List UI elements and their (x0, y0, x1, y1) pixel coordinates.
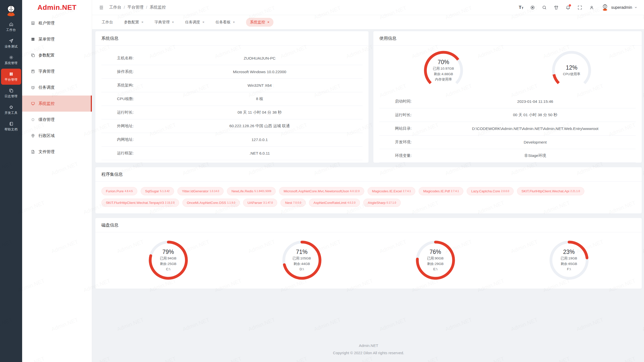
rail-item-label: 开发工具 (5, 111, 18, 115)
sidebar-item-label: 菜单管理 (38, 37, 55, 42)
tab-dict-mgmt[interactable]: 字典管理× (154, 20, 174, 25)
disk-gauge-e: 76% 已用:90GB 剩余:29GB E:\ (414, 239, 457, 282)
sidebar-item-label: 缓存管理 (38, 117, 55, 122)
notification-bell-icon[interactable] (566, 5, 571, 10)
assembly-tag: AspNetCoreRateLimit4.0.2.0 (309, 199, 360, 207)
cpu-usage-gauge: 12% CPU使用率 (550, 49, 593, 92)
tab-param-config[interactable]: 参数配置× (124, 20, 143, 25)
grid-icon (9, 72, 14, 76)
footer-brand: Admin.NET (95, 342, 642, 349)
home-icon (9, 22, 14, 27)
topbar: 工作台 / 平台管理 / 系统监控 TT (92, 0, 644, 15)
sidebar-item-label: 系统监控 (38, 101, 55, 106)
info-row: 启动时间:2023-01-04 11:15:46 (379, 95, 636, 108)
username: superadmin (611, 5, 632, 10)
brand-logo-text: Admin.NET (22, 0, 92, 15)
sidebar-item-label: 行政区域 (38, 133, 55, 139)
rail-item-label: 平台管理 (5, 78, 18, 82)
usage-info-card: 使用信息 70% 已用:10.97GB 剩余:4.88GB (373, 31, 642, 163)
breadcrumb-item[interactable]: 工作台 (109, 5, 121, 10)
user-dropdown[interactable]: superadmin (601, 4, 637, 12)
building-icon (31, 21, 35, 25)
theme-skin-icon[interactable] (554, 5, 559, 10)
assembly-tag: Magicodes.IE.Pdf2.7.4.1 (419, 187, 463, 195)
avatar (601, 4, 609, 12)
tab-task-schedule[interactable]: 任务调度× (185, 20, 204, 25)
rail-item-label: 系统管理 (5, 61, 18, 65)
tab-workbench[interactable]: 工作台 (102, 20, 113, 25)
sidebar-item-system-monitor[interactable]: 系统监控 (22, 96, 92, 112)
rail-item-workbench[interactable]: 工作台 (1, 19, 21, 35)
assembly-tag: OnceMi.AspNetCore.OSS1.1.9.0 (182, 199, 240, 207)
info-row: 网站目录:D:\CODEWORK\Admin.NET\Admin.NET\Adm… (379, 122, 636, 135)
rail-item-help-docs[interactable]: 帮助文档 (1, 118, 21, 134)
sidebar-item-task-schedule[interactable]: 任务调度 (22, 79, 92, 96)
font-size-icon[interactable]: TT (519, 5, 523, 10)
info-row: 运行时长:08 天 11 小时 04 分 38 秒 (101, 106, 363, 119)
rail-item-dev-tools[interactable]: 开发工具 (1, 102, 21, 118)
rail-item-business-test[interactable]: 业务测试 (1, 35, 21, 52)
assembly-tag: SqlSugar5.1.3.42 (141, 187, 174, 195)
close-icon[interactable]: × (267, 20, 269, 24)
app-root: 工作台 业务测试 系统管理 平台管理 日志管理 开发工具 帮助文档 Admin.… (0, 0, 644, 362)
assembly-tag: Yitter.IdGenerator1.0.14.0 (177, 187, 224, 195)
tab-system-monitor[interactable]: 系统监控× (246, 18, 273, 27)
close-icon[interactable]: × (172, 20, 174, 24)
breadcrumb-item[interactable]: 平台管理 (127, 5, 143, 10)
notification-badge (569, 4, 571, 7)
tabs-bar: 工作台 参数配置× 字典管理× 任务调度× 任务看板× 系统监控× (92, 15, 644, 29)
card-title: 使用信息 (373, 31, 642, 46)
assembly-tag: Magicodes.IE.Excel2.7.4.1 (368, 187, 416, 195)
sidebar-item-dict-mgmt[interactable]: 字典管理 (22, 63, 92, 79)
main-area: 工作台 / 平台管理 / 系统监控 TT (92, 0, 644, 362)
tab-task-board[interactable]: 任务看板× (216, 20, 235, 25)
user-settings-icon[interactable] (589, 5, 594, 10)
assembly-tags: Furion.Pure4.8.4.5 SqlSugar5.1.3.42 Yitt… (101, 182, 636, 213)
monitor-icon (31, 101, 35, 106)
info-row: 环境变量:非Stage环境 (379, 149, 636, 163)
rail-item-log-mgmt[interactable]: 日志管理 (1, 85, 21, 101)
close-icon[interactable]: × (233, 20, 235, 24)
fullscreen-icon[interactable] (577, 5, 582, 10)
sidebar-item-label: 文件管理 (38, 149, 55, 155)
sidebar-menu: Admin.NET 租户管理 菜单管理 参数配置 字典管理 任务调度 系统监控 … (22, 0, 92, 362)
search-icon[interactable] (542, 5, 547, 10)
book-icon (31, 69, 35, 74)
icon-rail: 工作台 业务测试 系统管理 平台管理 日志管理 开发工具 帮助文档 (0, 0, 22, 362)
sidebar-item-label: 租户管理 (38, 21, 55, 26)
sidebar-item-label: 字典管理 (38, 69, 55, 74)
chip-icon (9, 105, 14, 110)
close-icon[interactable]: × (202, 20, 204, 24)
breadcrumb-separator: / (146, 5, 147, 10)
alarm-clock-icon (31, 85, 35, 90)
close-icon[interactable]: × (141, 20, 143, 24)
rail-item-label: 日志管理 (5, 94, 18, 99)
sidebar-item-file-mgmt[interactable]: 文件管理 (22, 144, 92, 160)
assembly-tag: Microsoft.AspNetCore.Mvc.NewtonsoftJson6… (279, 187, 364, 195)
assemblies-card: 程序集信息 Furion.Pure4.8.4.5 SqlSugar5.1.3.4… (95, 167, 642, 214)
info-row: 开发环境:Development (379, 135, 636, 149)
sidebar-item-menu-mgmt[interactable]: 菜单管理 (22, 31, 92, 47)
sidebar-item-admin-region[interactable]: 行政区域 (22, 128, 92, 144)
system-info-card: 系统信息 主机名称:ZUOHUAIJUN-PC 操作系统:Microsoft W… (95, 31, 369, 163)
notebook-icon (9, 121, 14, 126)
rail-item-label: 工作台 (6, 28, 16, 32)
disk-gauge-c: 79% 已用:94GB 剩余:25GB C:\ (147, 239, 190, 282)
sidebar-item-param-config[interactable]: 参数配置 (22, 47, 92, 63)
rail-item-platform-mgmt[interactable]: 平台管理 (1, 69, 21, 85)
rail-item-system-mgmt[interactable]: 系统管理 (1, 52, 21, 68)
topbar-actions: TT (519, 4, 637, 12)
sidebar-item-cache-mgmt[interactable]: 缓存管理 (22, 112, 92, 128)
disk-gauge-f: 23% 已用:19GB 剩余:65GB F:\ (548, 239, 590, 282)
chevron-down-icon (634, 6, 637, 9)
language-icon[interactable] (530, 5, 535, 10)
loader-icon (31, 117, 35, 122)
info-row: 操作系统:Microsoft Windows 10.0.22000 (101, 65, 363, 79)
assembly-tag: NewLife.Redis5.1.8401.5009 (227, 187, 276, 195)
sidebar-item-tenant-mgmt[interactable]: 租户管理 (22, 15, 92, 31)
menu-fold-icon[interactable] (99, 5, 104, 10)
card-title: 磁盘信息 (95, 218, 642, 232)
breadcrumb-item[interactable]: 系统监控 (150, 5, 166, 10)
rail-item-label: 帮助文档 (5, 127, 18, 132)
info-row: CPU核数:8 核 (101, 92, 363, 106)
